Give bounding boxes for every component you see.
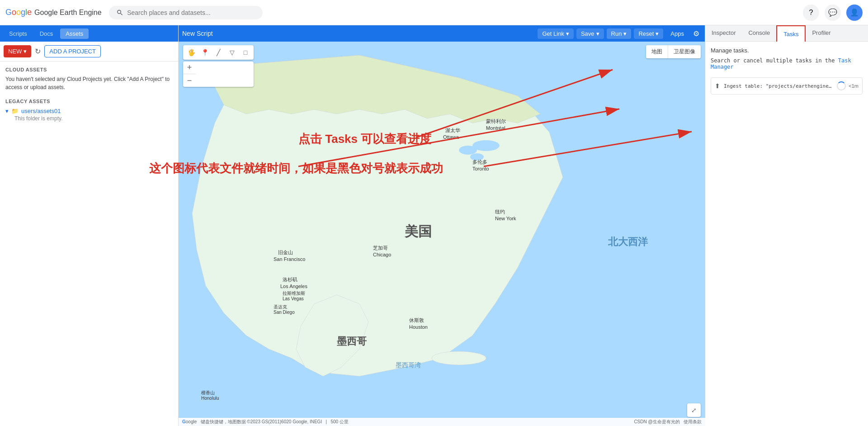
zoom-out-button[interactable]: − bbox=[183, 74, 196, 87]
tab-scripts[interactable]: Scripts bbox=[4, 28, 33, 39]
svg-text:圣达克: 圣达克 bbox=[274, 304, 287, 309]
manage-tasks-title: Manage tasks. bbox=[711, 47, 863, 54]
svg-point-7 bbox=[432, 351, 486, 365]
map-footer-csdn: CSDN @生命是有光的 使用条款 bbox=[634, 419, 702, 425]
search-input[interactable] bbox=[127, 9, 255, 16]
map-footer-text: Google 键盘快捷键，地图数据 ©2023 GS(2011)6020 Goo… bbox=[182, 419, 349, 425]
apps-button[interactable]: Apps bbox=[666, 28, 689, 39]
rect-tool[interactable]: □ bbox=[239, 46, 252, 59]
run-label: Run bbox=[611, 30, 622, 37]
search-icon bbox=[116, 9, 124, 17]
svg-text:Los Angeles: Los Angeles bbox=[280, 284, 307, 289]
left-tabs: Scripts Docs Assets bbox=[0, 25, 178, 42]
task-manager-text-prefix: Search or cancel multiple tasks in the bbox=[711, 57, 838, 64]
google-g-letter: Google bbox=[5, 8, 32, 17]
top-bar: Google Google Earth Engine ? 💬 👤 bbox=[0, 0, 868, 25]
new-dropdown-arrow: ▾ bbox=[24, 48, 27, 55]
refresh-button[interactable]: ↻ bbox=[35, 47, 41, 56]
right-tabs: Inspector Console Tasks Profiler bbox=[705, 25, 868, 42]
svg-text:多伦多: 多伦多 bbox=[472, 159, 487, 165]
zoom-controls: + − bbox=[183, 62, 254, 87]
zoom-in-button[interactable]: + bbox=[183, 62, 196, 74]
svg-text:San Diego: San Diego bbox=[274, 310, 295, 315]
svg-text:北大西洋: 北大西洋 bbox=[608, 236, 648, 247]
svg-text:渥太华: 渥太华 bbox=[445, 128, 460, 133]
right-content: Manage tasks. Search or cancel multiple … bbox=[705, 42, 868, 426]
notifications-button[interactable]: 💬 bbox=[825, 5, 841, 21]
reset-arrow: ▾ bbox=[656, 30, 659, 37]
legacy-folder-name: users/assets01 bbox=[21, 108, 61, 114]
top-right-icons: ? 💬 👤 bbox=[803, 5, 863, 21]
tab-tasks[interactable]: Tasks bbox=[776, 25, 806, 42]
legacy-folder-item[interactable]: ▾ 📁 users/assets01 bbox=[5, 107, 173, 115]
svg-text:New York: New York bbox=[495, 216, 516, 221]
pin-tool[interactable]: 📍 bbox=[198, 46, 211, 59]
map-svg: 北大西洋 墨西哥湾 芝加哥 Chicago 多伦多 Toronto 纽约 New… bbox=[179, 42, 705, 426]
polygon-tool[interactable]: ▽ bbox=[226, 46, 238, 59]
folder-icon: 📁 bbox=[11, 108, 19, 114]
search-bar bbox=[109, 6, 263, 19]
svg-text:Montréal: Montréal bbox=[486, 125, 505, 131]
get-link-button[interactable]: Get Link ▾ bbox=[538, 28, 573, 39]
svg-text:美国: 美国 bbox=[404, 223, 432, 239]
tab-inspector[interactable]: Inspector bbox=[705, 25, 742, 41]
reset-label: Reset bbox=[638, 30, 654, 37]
svg-text:拉斯维加斯: 拉斯维加斯 bbox=[283, 291, 305, 296]
save-arrow: ▾ bbox=[596, 30, 599, 37]
svg-text:Las Vegas: Las Vegas bbox=[283, 296, 304, 301]
svg-text:檀香山: 檀香山 bbox=[201, 390, 215, 395]
svg-point-4 bbox=[459, 146, 477, 155]
task-item: ⬆ Ingest table: "projects/earthengine-le… bbox=[711, 77, 863, 95]
left-panel: Scripts Docs Assets NEW ▾ ↻ ADD A PROJEC… bbox=[0, 25, 179, 426]
save-button[interactable]: Save ▾ bbox=[576, 28, 604, 39]
map-type-map[interactable]: 地图 bbox=[646, 45, 668, 58]
map-toolbar: 🖐 📍 ╱ ▽ □ bbox=[183, 45, 254, 60]
folder-arrow-icon: ▾ bbox=[5, 108, 9, 114]
google-logo-footer: G bbox=[182, 419, 186, 424]
svg-text:Houston: Houston bbox=[409, 324, 428, 330]
account-avatar[interactable]: 👤 bbox=[846, 5, 863, 21]
add-project-button[interactable]: ADD A PROJECT bbox=[44, 45, 101, 57]
tab-docs[interactable]: Docs bbox=[34, 28, 59, 39]
task-status-area: <1m bbox=[837, 81, 859, 90]
new-button-label: NEW bbox=[8, 48, 22, 55]
svg-text:Toronto: Toronto bbox=[472, 166, 489, 171]
get-link-arrow: ▾ bbox=[566, 30, 569, 37]
folder-empty-text: This folder is empty. bbox=[5, 115, 173, 122]
svg-text:蒙特利尔: 蒙特利尔 bbox=[486, 118, 506, 124]
save-label: Save bbox=[581, 30, 594, 37]
upload-icon: ⬆ bbox=[715, 82, 720, 90]
map-type-controls: 地图 卫星图像 bbox=[646, 45, 701, 58]
pan-tool[interactable]: 🖐 bbox=[185, 46, 198, 59]
left-actions: NEW ▾ ↻ ADD A PROJECT bbox=[0, 42, 178, 62]
new-button[interactable]: NEW ▾ bbox=[4, 45, 31, 57]
settings-button[interactable]: ⚙ bbox=[691, 28, 701, 40]
line-tool[interactable]: ╱ bbox=[212, 46, 225, 59]
cloud-assets-text: You haven't selected any Cloud Projects … bbox=[5, 75, 173, 91]
task-item-text: Ingest table: "projects/earthengine-lega… bbox=[724, 83, 833, 89]
map-type-satellite[interactable]: 卫星图像 bbox=[668, 45, 701, 58]
fullscreen-button[interactable]: ⤢ bbox=[687, 403, 701, 417]
svg-text:Honolulu: Honolulu bbox=[201, 396, 219, 401]
run-button[interactable]: Run ▾ bbox=[607, 28, 632, 39]
task-time: <1m bbox=[849, 83, 859, 89]
svg-text:休斯敦: 休斯敦 bbox=[409, 317, 424, 323]
tab-console[interactable]: Console bbox=[742, 25, 776, 41]
app-name: Google Earth Engine bbox=[34, 9, 102, 17]
map-area[interactable]: 北大西洋 墨西哥湾 芝加哥 Chicago 多伦多 Toronto 纽约 New… bbox=[179, 42, 705, 426]
cloud-assets-title: CLOUD ASSETS bbox=[5, 67, 173, 72]
svg-text:洛杉矶: 洛杉矶 bbox=[283, 277, 297, 282]
tab-assets[interactable]: Assets bbox=[60, 28, 89, 39]
left-content: CLOUD ASSETS You haven't selected any Cl… bbox=[0, 62, 178, 426]
tab-profiler[interactable]: Profiler bbox=[806, 25, 837, 41]
svg-text:纽约: 纽约 bbox=[495, 209, 505, 214]
help-button[interactable]: ? bbox=[803, 5, 819, 21]
legacy-assets-title: LEGACY ASSETS bbox=[5, 99, 173, 104]
svg-text:Ottawa: Ottawa bbox=[443, 134, 459, 140]
reset-button[interactable]: Reset ▾ bbox=[634, 28, 663, 39]
script-title: New Script bbox=[182, 30, 535, 37]
run-arrow: ▾ bbox=[623, 30, 627, 37]
svg-text:Chicago: Chicago bbox=[373, 252, 391, 257]
task-spinner bbox=[837, 81, 846, 90]
svg-text:芝加哥: 芝加哥 bbox=[373, 245, 388, 251]
